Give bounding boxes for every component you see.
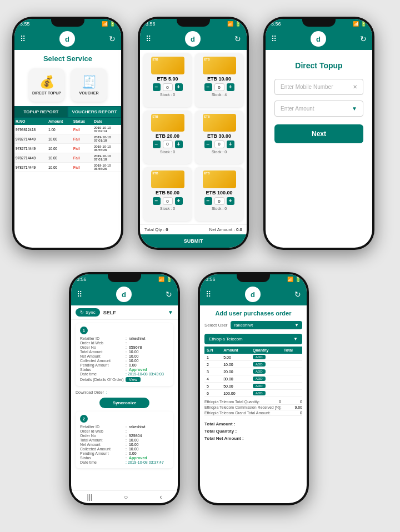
voucher-label: VOUCHER (79, 91, 98, 95)
select-user-label: Select User (204, 323, 227, 328)
qty-control-10: − 0 + (204, 83, 234, 91)
service-icons-row: 💰 DIRECT TOPUP 🧾 VOUCHER (14, 66, 121, 106)
status-icons-4: 📶🔋 (158, 277, 172, 282)
add-btn-50[interactable]: ADD (253, 384, 266, 388)
refresh-icon-5[interactable]: ↻ (294, 290, 301, 299)
clear-icon[interactable]: ✕ (353, 84, 357, 90)
direct-topup-label: DIRECT TOPUP (32, 91, 61, 95)
qty-minus-10[interactable]: − (204, 83, 212, 91)
add-btn-100[interactable]: ADD (253, 391, 266, 395)
voucher-box[interactable]: 🧾 VOUCHER (71, 68, 107, 102)
amount-input[interactable]: Enter Amount ▼ (274, 101, 363, 117)
telecom-dropdown[interactable]: Ethiopia Telecom ▼ (204, 334, 302, 344)
dropdown-icon[interactable]: ▼ (352, 106, 357, 112)
purchase-row: 5 50.00 ADD (204, 383, 302, 390)
stock-5: Stock : 0 (160, 93, 175, 97)
time-5: 3:56 (206, 277, 216, 282)
topup-report-tab[interactable]: TOPUP REPORT (14, 106, 68, 118)
refresh-icon-1[interactable]: ↻ (109, 34, 116, 43)
etb-img-50 (151, 170, 184, 188)
qty-minus-50[interactable]: − (153, 197, 161, 205)
status-bar-3: 3:56 📶🔋 (266, 19, 372, 28)
cell-status: Fail (72, 125, 93, 134)
order-row: Pending Amount : 0.00 (80, 451, 169, 455)
status-bar-2: 3:56 📶🔋 (140, 19, 247, 28)
col-amount: Amount (221, 347, 251, 354)
purchase-row: 4 30.00 ADD (204, 375, 302, 383)
qty-plus-50[interactable]: + (175, 197, 183, 205)
cell-rno: 9782714449 (14, 134, 47, 144)
cell-status: Fail (72, 144, 93, 153)
user-name: rakeshiwt (234, 323, 253, 328)
vouchers-report-tab[interactable]: VOUCHERS REPORT (68, 106, 121, 118)
qty-val-5: 0 (163, 83, 173, 91)
order-details-row: Details (Details Of Order) View (80, 377, 169, 382)
menu-icon-5[interactable]: ⠿ (206, 290, 211, 299)
stock-30: Stock : 0 (212, 150, 227, 154)
submit-button[interactable]: SUBMIT (140, 234, 247, 248)
stock-20: Stock : 0 (160, 150, 175, 154)
cell-amount: 10.00 (47, 134, 72, 144)
order-row: Retailter ID : rakeshiwt (80, 425, 169, 429)
etb-img-20 (151, 114, 184, 132)
qty-plus-30[interactable]: + (227, 140, 234, 148)
view-button[interactable]: View (126, 377, 141, 382)
cell-rno: 9799812418 (14, 125, 47, 134)
cell-status: Fail (72, 163, 93, 172)
order-card-2: 2 Retailter ID : rakeshiwt Order Id Web … (76, 411, 173, 468)
refresh-icon-2[interactable]: ↻ (234, 34, 241, 43)
add-btn-30[interactable]: ADD (253, 377, 266, 381)
qty-plus-100[interactable]: + (227, 197, 234, 205)
menu-icon-3[interactable]: ⠿ (271, 34, 277, 43)
next-button[interactable]: Next (274, 124, 363, 143)
nav-home-icon[interactable]: ○ (124, 493, 128, 501)
order-row: Order No : 659678 (80, 345, 169, 349)
qty-minus-20[interactable]: − (153, 140, 161, 148)
qty-minus-5[interactable]: − (153, 83, 161, 91)
cell-date: 2019-10-1007:02:14 (93, 125, 121, 134)
table-row: 9782714449 10.00 Fail 2019-10-1007:01:18 (14, 134, 121, 144)
cell-status: Fail (72, 153, 93, 163)
menu-icon-1[interactable]: ⠿ (20, 34, 26, 43)
etb-card-5: ETB 5.00 − 0 + Stock : 0 (143, 53, 192, 107)
user-dropdown[interactable]: rakeshiwt ▼ (231, 321, 302, 329)
add-btn-10[interactable]: ADD (253, 362, 266, 367)
select-service-title: Select Service (14, 50, 121, 66)
qty-plus-20[interactable]: + (175, 140, 183, 148)
sync-button[interactable]: ↻ Sync (76, 308, 100, 317)
qty-val-100: 0 (214, 197, 224, 205)
qty-minus-30[interactable]: − (204, 140, 212, 148)
etb-img-10 (203, 57, 236, 74)
time-2: 3:56 (146, 21, 156, 27)
add-btn-20[interactable]: ADD (253, 369, 266, 374)
menu-icon-4[interactable]: ⠿ (77, 290, 82, 299)
cell-amount: 10.00 (47, 144, 72, 153)
total-qty-label: Total Qty : 0 (144, 227, 168, 232)
qty-minus-100[interactable]: − (204, 197, 212, 205)
etb-footer: Total Qty : 0 Net Amount : 0.0 (140, 224, 247, 234)
add-btn-5[interactable]: ADD (253, 355, 266, 359)
time-4: 3:56 (77, 277, 87, 282)
scene: 3:55 📶🔋 ⠿ d ↻ Select Service 💰 DIRECT TO… (0, 0, 400, 532)
direct-topup-box[interactable]: 💰 DIRECT TOPUP (29, 68, 64, 102)
total-section: Total Amount : Total Quantity : Total Ne… (200, 418, 307, 444)
refresh-icon-4[interactable]: ↻ (166, 290, 172, 299)
self-dropdown-icon[interactable]: ▼ (168, 309, 173, 315)
syncronize-button[interactable]: Syncronize (99, 398, 150, 408)
voucher-icon: 🧾 (82, 75, 97, 89)
status-icons-1: 📶🔋 (102, 21, 116, 27)
nav-lines-icon[interactable]: ||| (87, 493, 92, 501)
mobile-number-input[interactable]: Enter Mobile Number ✕ (274, 79, 363, 95)
app-header-5: ⠿ d ↻ (200, 283, 307, 305)
phone-add-purchases: 3:56 📶🔋 ⠿ d ↻ Add user purchases order S… (198, 272, 309, 505)
qty-control-20: − 0 + (153, 140, 183, 148)
qty-plus-10[interactable]: + (227, 83, 234, 91)
menu-icon-2[interactable]: ⠿ (146, 34, 151, 43)
status-icons-2: 📶🔋 (227, 21, 241, 27)
qty-plus-5[interactable]: + (175, 83, 183, 91)
refresh-icon-3[interactable]: ↻ (360, 34, 367, 43)
order-row: Status : Approved (80, 368, 169, 372)
logo-1: d (59, 31, 75, 47)
qty-control-100: − 0 + (204, 197, 234, 205)
nav-back-icon[interactable]: ‹ (159, 493, 162, 501)
